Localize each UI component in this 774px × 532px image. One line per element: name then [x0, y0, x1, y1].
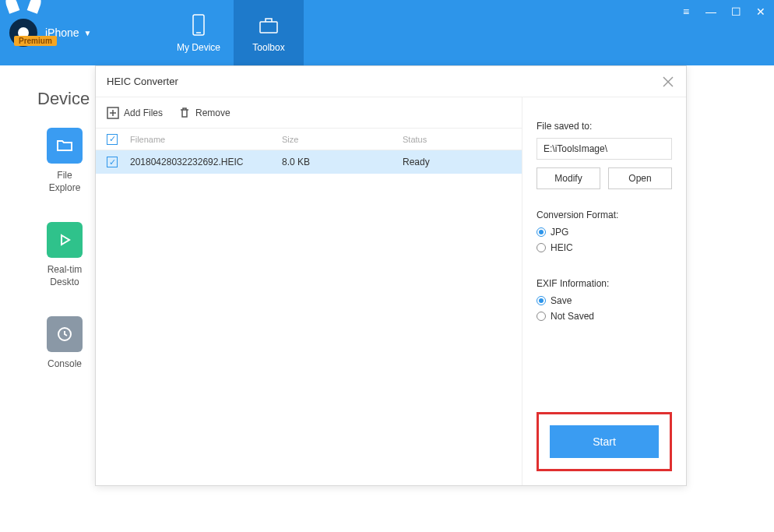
table-header: Filename Size Status — [96, 129, 522, 150]
row-status: Ready — [403, 157, 511, 167]
toolbar: Add Files Remove — [96, 97, 522, 129]
tab-toolbox[interactable]: Toolbox — [234, 0, 304, 65]
svg-rect-2 — [260, 22, 277, 33]
topbar: Premium iPhone ▼ My Device Toolbox ≡ — ☐… — [0, 0, 774, 65]
toolbox-icon — [256, 12, 281, 37]
tool-label-line1: Real-tim — [47, 264, 83, 277]
radio-label: Not Saved — [551, 311, 594, 322]
file-list-pane: Add Files Remove Filename Size Status — [96, 97, 522, 485]
row-size: 8.0 KB — [282, 157, 403, 167]
heic-converter-modal: HEIC Converter Add Files Remove — [95, 65, 687, 486]
exif-save[interactable]: Save — [537, 295, 672, 306]
exif-radio-group: Save Not Saved — [537, 295, 672, 326]
col-status: Status — [403, 135, 511, 144]
exif-label: EXIF Information: — [537, 278, 672, 289]
col-size: Size — [282, 135, 403, 144]
svg-marker-3 — [62, 235, 69, 245]
row-filename: 20180428032232692.HEIC — [130, 157, 282, 167]
start-highlight: Start — [537, 412, 672, 471]
tool-label-line2: Deskto — [50, 277, 79, 289]
logo-ears-icon — [6, 0, 40, 11]
logo-area: Premium iPhone ▼ — [0, 0, 164, 65]
start-button[interactable]: Start — [550, 425, 659, 458]
col-filename: Filename — [130, 135, 282, 144]
caret-down-icon: ▼ — [84, 29, 92, 37]
path-buttons: Modify Open — [537, 167, 672, 189]
add-files-label: Add Files — [124, 107, 163, 118]
modal-body: Add Files Remove Filename Size Status — [96, 97, 686, 485]
radio-icon — [537, 296, 546, 305]
clock-icon — [47, 316, 83, 352]
minimize-icon[interactable]: — — [704, 5, 718, 19]
exif-not-saved[interactable]: Not Saved — [537, 311, 672, 322]
radio-icon — [537, 243, 546, 252]
remove-button[interactable]: Remove — [178, 107, 230, 119]
select-all-cell — [107, 134, 130, 145]
format-radio-group: JPG HEIC — [537, 227, 672, 258]
tab-my-device[interactable]: My Device — [164, 0, 234, 65]
tool-label-line1: Console — [47, 358, 82, 371]
maximize-icon[interactable]: ☐ — [729, 5, 743, 19]
close-icon[interactable] — [661, 75, 675, 89]
play-icon — [47, 222, 83, 258]
modal-title: HEIC Converter — [107, 76, 178, 87]
tool-label-line2: Explore — [49, 182, 81, 195]
save-to-label: File saved to: — [537, 121, 672, 132]
save-path-input[interactable] — [537, 138, 672, 160]
row-checkbox[interactable] — [107, 157, 118, 167]
format-jpg[interactable]: JPG — [537, 227, 672, 238]
nav-tabs: My Device Toolbox — [164, 0, 304, 65]
window-controls: ≡ — ☐ ✕ — [679, 5, 768, 19]
modal-header: HEIC Converter — [96, 66, 686, 97]
premium-badge: Premium — [14, 36, 57, 46]
open-button[interactable]: Open — [608, 167, 672, 189]
radio-icon — [537, 312, 546, 321]
settings-pane: File saved to: Modify Open Conversion Fo… — [522, 97, 686, 485]
tool-console[interactable]: Console — [37, 316, 92, 371]
add-files-button[interactable]: Add Files — [107, 107, 163, 119]
radio-label: Save — [551, 295, 572, 306]
folder-icon — [47, 128, 83, 164]
trash-icon — [178, 107, 191, 119]
tab-label: Toolbox — [252, 42, 284, 53]
format-label: Conversion Format: — [537, 210, 672, 220]
radio-icon — [537, 227, 546, 237]
radio-label: HEIC — [551, 242, 573, 253]
modify-button[interactable]: Modify — [537, 167, 600, 189]
plus-icon — [107, 107, 119, 119]
select-all-checkbox[interactable] — [107, 134, 118, 145]
device-icon — [186, 12, 211, 37]
radio-label: JPG — [551, 227, 568, 238]
svg-rect-0 — [193, 15, 204, 35]
tool-realtime-desktop[interactable]: Real-tim Deskto — [37, 222, 92, 288]
remove-label: Remove — [195, 107, 230, 118]
format-heic[interactable]: HEIC — [537, 242, 672, 253]
menu-icon[interactable]: ≡ — [679, 5, 693, 19]
tool-file-explorer[interactable]: File Explore — [37, 128, 92, 194]
tab-label: My Device — [177, 42, 220, 53]
close-window-icon[interactable]: ✕ — [754, 5, 768, 19]
tool-label-line1: File — [57, 170, 72, 182]
row-check-cell — [107, 157, 130, 167]
table-row[interactable]: 20180428032232692.HEIC 8.0 KB Ready — [96, 150, 522, 174]
